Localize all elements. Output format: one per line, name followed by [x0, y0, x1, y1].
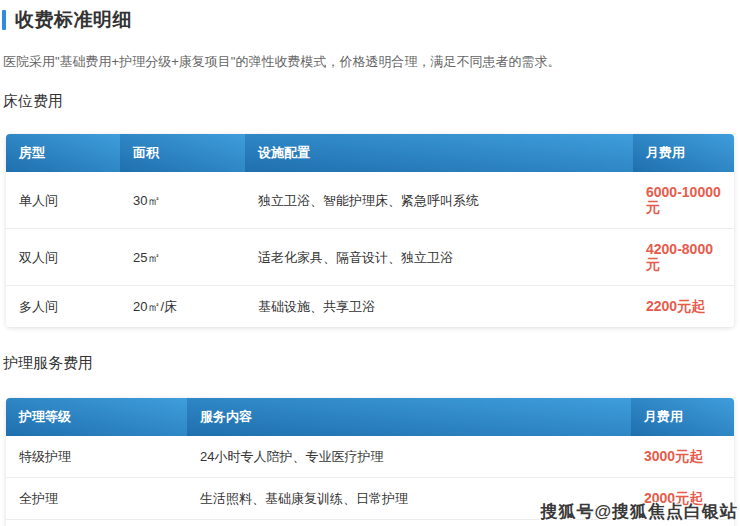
- cell-nursing-level: 半自理护理: [6, 520, 187, 526]
- page-title-row: 收费标准明细: [2, 0, 740, 33]
- cell-facilities: 独立卫浴、智能护理床、紧急呼叫系统: [245, 172, 633, 229]
- table-row: 单人间 30㎡ 独立卫浴、智能护理床、紧急呼叫系统 6000-10000元: [6, 172, 734, 229]
- cell-area: 25㎡: [120, 229, 245, 286]
- header-cell-area: 面积: [120, 134, 245, 172]
- cell-facilities: 基础设施、共享卫浴: [245, 286, 633, 328]
- table-row: 双人间 25㎡ 适老化家具、隔音设计、独立卫浴 4200-8000元: [6, 229, 734, 286]
- section-heading-nursing-fees: 护理服务费用: [3, 354, 740, 371]
- header-cell-monthly-fee: 月费用: [631, 398, 734, 436]
- header-cell-monthly-fee: 月费用: [633, 134, 734, 172]
- cell-facilities: 适老化家具、隔音设计、独立卫浴: [245, 229, 633, 286]
- fee-value: 2200元起: [633, 286, 734, 328]
- fee-value: 3000元起: [631, 436, 734, 478]
- fee-value: 4200-8000元: [633, 229, 734, 286]
- fee-detail-page: 收费标准明细 医院采用"基础费用+护理分级+康复项目"的弹性收费模式，价格透明合…: [0, 0, 740, 526]
- bed-fee-table: 房型 面积 设施配置 月费用 单人间 30㎡ 独立卫浴、智能护理床、紧急呼叫系统…: [6, 134, 734, 327]
- bed-fee-table-card: 房型 面积 设施配置 月费用 单人间 30㎡ 独立卫浴、智能护理床、紧急呼叫系统…: [6, 134, 734, 327]
- cell-area: 30㎡: [120, 172, 245, 229]
- header-cell-nursing-level: 护理等级: [6, 398, 187, 436]
- page-description: 医院采用"基础费用+护理分级+康复项目"的弹性收费模式，价格透明合理，满足不同患…: [3, 54, 740, 69]
- header-cell-facilities: 设施配置: [245, 134, 633, 172]
- cell-room-type: 双人间: [6, 229, 120, 286]
- title-accent-bar: [2, 10, 6, 30]
- page-title: 收费标准明细: [15, 7, 132, 33]
- watermark: 搜狐号@搜狐焦点白银站: [540, 500, 738, 523]
- table-header-row: 护理等级 服务内容 月费用: [6, 398, 734, 436]
- cell-nursing-level: 全护理: [6, 478, 187, 520]
- cell-area: 20㎡/床: [120, 286, 245, 328]
- table-header-row: 房型 面积 设施配置 月费用: [6, 134, 734, 172]
- cell-room-type: 单人间: [6, 172, 120, 229]
- section-heading-bed-fees: 床位费用: [3, 92, 740, 109]
- cell-nursing-level: 特级护理: [6, 436, 187, 478]
- header-cell-room-type: 房型: [6, 134, 120, 172]
- cell-room-type: 多人间: [6, 286, 120, 328]
- table-row: 特级护理 24小时专人陪护、专业医疗护理 3000元起: [6, 436, 734, 478]
- header-cell-service-content: 服务内容: [187, 398, 631, 436]
- table-row: 多人间 20㎡/床 基础设施、共享卫浴 2200元起: [6, 286, 734, 328]
- cell-service-content: 24小时专人陪护、专业医疗护理: [187, 436, 631, 478]
- fee-value: 6000-10000元: [633, 172, 734, 229]
